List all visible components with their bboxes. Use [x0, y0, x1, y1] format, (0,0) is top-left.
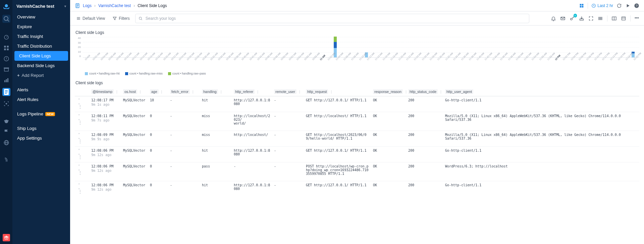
more-icon[interactable]: ••• — [635, 16, 640, 21]
table-row[interactable]: ⌃⌄⋮12:08:06 PM9m 12s agoMySQLVector0-hit… — [75, 181, 639, 197]
table-row[interactable]: ⌃⌄⋮12:08:11 PM9m 7s agoMySQLVector0-miss… — [75, 112, 639, 131]
main: Logs › VarnishCache test › Client Side L… — [70, 0, 644, 244]
table-row[interactable]: ⌃⌄⋮12:08:09 PM9m 9s agoMySQLVector0-miss… — [75, 131, 639, 147]
column-remote_user[interactable]: remote_user| — [273, 89, 305, 95]
list-icon — [76, 16, 81, 21]
reddit-icon[interactable] — [3, 118, 9, 124]
bell-icon[interactable] — [551, 16, 556, 21]
svg-point-21 — [4, 120, 8, 124]
nav-alerts[interactable]: Alerts — [12, 85, 70, 95]
filters-button[interactable]: Filters — [110, 15, 132, 22]
row-handle[interactable]: ⌃⌄⋮ — [78, 164, 82, 175]
time-range-selector[interactable]: Last 2 hr — [591, 3, 613, 8]
gift-icon[interactable] — [3, 234, 10, 241]
expand-down-icon: ⌄ — [78, 152, 82, 155]
row-handle[interactable]: ⌃⌄⋮ — [78, 114, 82, 124]
column-http_referer[interactable]: http_referer| — [232, 89, 273, 95]
svg-rect-36 — [580, 6, 582, 7]
key-badge: 0 — [574, 14, 577, 17]
row-handle[interactable]: ⌃⌄⋮ — [78, 183, 82, 193]
nav-overview[interactable]: Overview — [12, 12, 70, 22]
refresh-icon[interactable] — [616, 3, 622, 8]
breadcrumb-current: Client Side Logs — [138, 3, 167, 8]
nav-traffic-insight[interactable]: Traffic Insight — [12, 32, 70, 41]
mail-icon[interactable] — [560, 16, 566, 21]
svg-rect-11 — [4, 68, 8, 71]
svg-rect-48 — [580, 19, 584, 20]
svg-rect-55 — [622, 17, 626, 20]
nav-ship-logs[interactable]: Ship Logs — [12, 124, 70, 133]
breadcrumb-logs[interactable]: Logs — [83, 3, 92, 8]
row-handle[interactable]: ⌃⌄⋮ — [78, 133, 82, 143]
apps-grid-icon[interactable] — [579, 3, 584, 8]
project-name: VarnishCache test — [16, 4, 54, 9]
chart-legend: count • handling.raw=hitcount • handling… — [85, 72, 639, 75]
nav-explore[interactable]: Explore — [12, 22, 70, 32]
table-row[interactable]: ⌃⌄⋮12:08:17 PM9m 1s agoMySQLVector10-hit… — [75, 96, 639, 112]
help-icon[interactable]: ? — [634, 3, 639, 8]
add-report-button[interactable]: +Add Report — [12, 70, 70, 80]
svg-line-45 — [141, 19, 142, 20]
archive-icon[interactable] — [3, 66, 9, 72]
expand-up-icon: ⌃ — [78, 133, 82, 136]
row-more-icon: ⋮ — [78, 171, 82, 175]
nav-traffic-distribution[interactable]: Traffic Distribution — [12, 41, 70, 51]
svg-point-23 — [7, 120, 8, 121]
fullscreen-icon[interactable] — [588, 16, 594, 21]
toolbar: Default View Filters 0 ••• — [70, 11, 644, 26]
expand-up-icon: ⌃ — [78, 98, 82, 101]
alert-icon[interactable] — [3, 56, 9, 62]
dashboard-icon[interactable] — [3, 34, 9, 40]
column-http_user_agent[interactable]: http_user_agent — [444, 89, 624, 95]
flag-icon[interactable] — [3, 129, 9, 135]
table-header: @timestamp|os.host|age|fetch_error|handl… — [75, 87, 639, 96]
svg-rect-13 — [4, 80, 5, 82]
split-view-icon[interactable] — [611, 16, 617, 21]
svg-rect-15 — [7, 78, 8, 82]
row-handle[interactable]: ⌃⌄⋮ — [78, 149, 82, 159]
signal-icon[interactable] — [3, 157, 9, 163]
logs-icon[interactable] — [2, 88, 10, 96]
search-box[interactable] — [135, 14, 529, 23]
globe-icon[interactable] — [3, 140, 9, 146]
nav-client-side-logs[interactable]: Client Side Logs — [14, 51, 68, 61]
card-view-icon[interactable] — [621, 16, 626, 21]
svg-rect-52 — [602, 17, 602, 20]
column-response_reason[interactable]: response_reason| — [372, 89, 407, 95]
sidebar: VarnishCache test ▾ Overview Explore Tra… — [12, 0, 70, 244]
table-row[interactable]: ⌃⌄⋮12:08:06 PM9m 12s agoMySQLVector0-hit… — [75, 147, 639, 162]
columns-icon[interactable] — [598, 16, 603, 21]
row-handle[interactable]: ⌃⌄⋮ — [78, 98, 82, 108]
play-icon[interactable] — [625, 3, 631, 8]
page-icon — [75, 3, 80, 8]
target-icon[interactable] — [3, 101, 9, 107]
breadcrumb: Logs › VarnishCache test › Client Side L… — [75, 3, 167, 8]
new-badge: NEW — [45, 112, 55, 116]
svg-rect-49 — [599, 17, 599, 20]
project-selector[interactable]: VarnishCache test ▾ — [12, 2, 70, 12]
expand-down-icon: ⌄ — [78, 187, 82, 189]
column-http_request[interactable]: http_request| — [305, 89, 372, 95]
column-fetch_error[interactable]: fetch_error| — [169, 89, 201, 95]
table-row[interactable]: ⌃⌄⋮12:08:06 PM9m 12s agoMySQLVector0-pas… — [75, 162, 639, 181]
column-@timestamp[interactable]: @timestamp| — [90, 89, 122, 95]
nav-alert-rules[interactable]: Alert Rules — [12, 95, 70, 104]
default-view-button[interactable]: Default View — [74, 15, 107, 22]
column-handling[interactable]: handling| — [201, 89, 232, 95]
search-input[interactable] — [145, 16, 526, 21]
svg-point-10 — [6, 59, 7, 60]
grid-icon[interactable] — [3, 45, 9, 51]
search-icon[interactable] — [2, 15, 10, 23]
nav-app-settings[interactable]: App Settings — [12, 133, 70, 143]
nav-logs-pipeline[interactable]: Logs PipelineNEW — [12, 109, 70, 119]
nav-backend-side-logs[interactable]: Backend Side Logs — [12, 61, 70, 70]
column-age[interactable]: age| — [149, 89, 169, 95]
column-os.host[interactable]: os.host| — [122, 89, 149, 95]
breadcrumb-project[interactable]: VarnishCache test — [98, 3, 131, 8]
bars-icon[interactable] — [3, 77, 9, 83]
export-icon[interactable] — [579, 16, 584, 21]
svg-rect-6 — [4, 49, 6, 50]
expand-down-icon: ⌄ — [78, 168, 82, 170]
column-http_status_code[interactable]: http_status_code| — [407, 89, 444, 95]
key-icon[interactable]: 0 — [570, 16, 575, 21]
